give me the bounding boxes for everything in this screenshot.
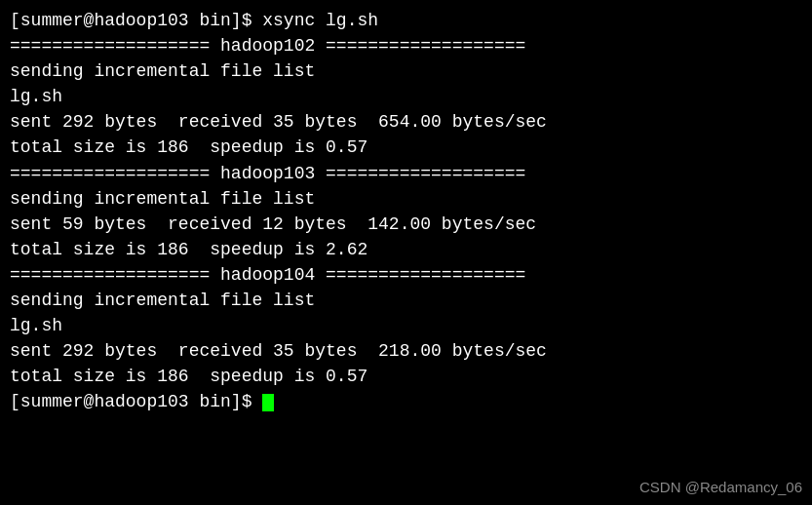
terminal-line: =================== hadoop103 ==========… xyxy=(10,161,802,186)
terminal-line: total size is 186 speedup is 2.62 xyxy=(10,237,802,262)
terminal-window: [summer@hadoop103 bin]$ xsync lg.sh=====… xyxy=(10,8,802,415)
terminal-line: sent 59 bytes received 12 bytes 142.00 b… xyxy=(10,212,802,237)
terminal-line: =================== hadoop102 ==========… xyxy=(10,33,802,58)
terminal-line: lg.sh xyxy=(10,84,802,109)
terminal-line: sent 292 bytes received 35 bytes 654.00 … xyxy=(10,109,802,135)
terminal-line: lg.sh xyxy=(10,313,802,338)
terminal-line: =================== hadoop104 ==========… xyxy=(10,262,802,288)
terminal-line: [summer@hadoop103 bin]$ xyxy=(10,389,802,414)
terminal-line: total size is 186 speedup is 0.57 xyxy=(10,364,802,389)
watermark-label: CSDN @Redamancy_06 xyxy=(639,479,802,495)
terminal-line: sent 292 bytes received 35 bytes 218.00 … xyxy=(10,338,802,364)
terminal-line: sending incremental file list xyxy=(10,186,802,212)
terminal-cursor xyxy=(262,394,274,411)
terminal-line: sending incremental file list xyxy=(10,288,802,313)
terminal-line: [summer@hadoop103 bin]$ xsync lg.sh xyxy=(10,8,802,33)
terminal-line: sending incremental file list xyxy=(10,58,802,84)
terminal-line: total size is 186 speedup is 0.57 xyxy=(10,135,802,160)
